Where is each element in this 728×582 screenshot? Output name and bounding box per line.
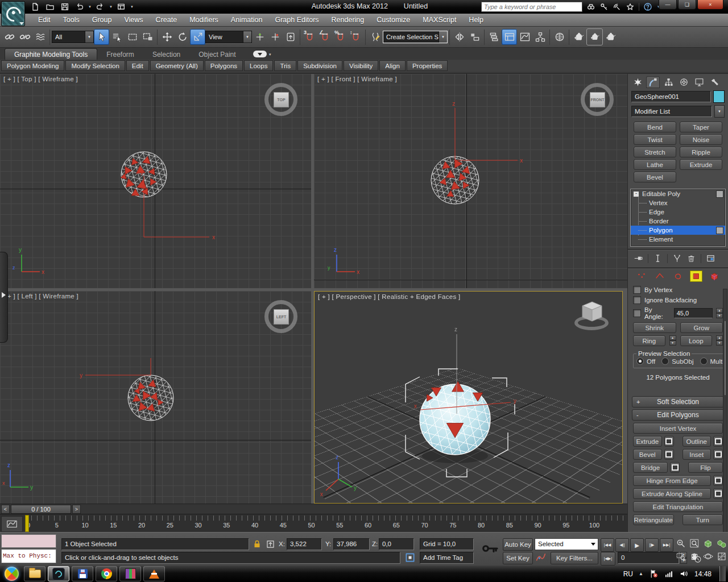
set-key-button[interactable]: Set Key bbox=[503, 552, 533, 564]
viewport-front-label[interactable]: [ + ] [ Front ] [ Wireframe ] bbox=[317, 76, 397, 82]
stack-row-border[interactable]: Border bbox=[631, 217, 725, 226]
preview-subobj-radio[interactable] bbox=[661, 357, 669, 365]
network-signal-icon[interactable] bbox=[664, 569, 673, 579]
action-center-icon[interactable] bbox=[649, 569, 659, 579]
stack-row-polygon[interactable]: Polygon bbox=[631, 226, 725, 235]
next-frame-nudge-button[interactable]: > bbox=[72, 505, 81, 514]
search-icon[interactable] bbox=[586, 2, 595, 11]
menu-item[interactable]: Modifiers bbox=[183, 16, 225, 24]
modifier-button[interactable]: Ripple bbox=[680, 147, 722, 157]
display-tab-icon[interactable] bbox=[692, 76, 706, 88]
ribbon-panel-tab[interactable]: Visibility bbox=[344, 60, 378, 71]
curve-editor-button[interactable] bbox=[517, 29, 532, 45]
stack-row-vertex[interactable]: Vertex bbox=[631, 198, 725, 207]
absolute-offset-mode-toggle[interactable] bbox=[265, 539, 276, 550]
rectangular-selection-region-button[interactable] bbox=[125, 29, 140, 45]
select-and-scale-button[interactable] bbox=[190, 29, 205, 45]
time-slider-handle[interactable]: 0 / 100 bbox=[11, 505, 71, 514]
stack-row-editable-poly[interactable]: - Editable Poly bbox=[631, 189, 725, 198]
ribbon-panel-tab[interactable]: Subdivision bbox=[297, 60, 342, 71]
extrude-along-spline-button[interactable]: Extrude Along Spline bbox=[633, 488, 711, 499]
maximize-button[interactable]: ❏ bbox=[678, 0, 696, 10]
taskbar-chrome-button[interactable] bbox=[96, 566, 117, 581]
maxscript-mini-listener[interactable]: Max to Physc: bbox=[1, 549, 56, 563]
schematic-view-button[interactable] bbox=[532, 29, 548, 45]
preview-off-radio[interactable] bbox=[636, 357, 644, 365]
ribbon-tab[interactable]: Selection bbox=[143, 49, 189, 60]
make-unique-icon[interactable] bbox=[672, 253, 682, 263]
zoom-extents-button[interactable] bbox=[702, 537, 714, 549]
hinge-from-edge-button[interactable]: Hinge From Edge bbox=[633, 475, 711, 486]
ribbon-panel-tab[interactable]: Properties bbox=[407, 60, 448, 71]
workspace-dropdown-caret[interactable]: ▼ bbox=[130, 5, 134, 9]
modifier-stack[interactable]: - Editable Poly Vertex Edge Border Polyg… bbox=[630, 189, 726, 247]
render-production-button[interactable] bbox=[603, 29, 618, 45]
edit-polygons-rollout-header[interactable]: -Edit Polygons bbox=[632, 409, 724, 421]
percent-snap-toggle[interactable]: % bbox=[333, 29, 348, 45]
motion-tab-icon[interactable] bbox=[677, 76, 690, 88]
ribbon-tab[interactable]: Freeform bbox=[97, 49, 143, 60]
command-panel-scrollbar[interactable] bbox=[723, 289, 727, 537]
insert-vertex-button[interactable]: Insert Vertex bbox=[633, 423, 723, 434]
isolate-selection-toggle[interactable] bbox=[404, 552, 416, 563]
modifier-button[interactable]: Lathe bbox=[634, 159, 676, 170]
retriangulate-button[interactable]: Retriangulate bbox=[633, 514, 674, 525]
redo-button[interactable] bbox=[94, 2, 107, 13]
orbit-button[interactable] bbox=[702, 550, 714, 562]
stack-expand-icon[interactable]: - bbox=[633, 191, 639, 197]
modifier-button[interactable]: Taper bbox=[680, 122, 722, 132]
modifier-button[interactable]: Twist bbox=[634, 134, 676, 145]
modifier-button[interactable]: Bend bbox=[634, 122, 676, 132]
subobj-vertex-icon[interactable] bbox=[635, 271, 648, 282]
taskbar-3dsmax-button[interactable] bbox=[48, 566, 69, 581]
stack-onoff-toggle[interactable] bbox=[716, 227, 723, 234]
rendered-frame-window-button[interactable] bbox=[586, 28, 603, 45]
modifier-list-dropdown[interactable]: Modifier List bbox=[631, 106, 712, 117]
angle-snap-toggle[interactable]: ∠ bbox=[317, 29, 333, 45]
previous-frame-button[interactable]: ◀|| bbox=[615, 538, 629, 552]
snaps-toggle[interactable]: 3 bbox=[302, 29, 317, 45]
modify-tab-icon[interactable] bbox=[646, 76, 660, 88]
menu-item[interactable]: Group bbox=[86, 16, 118, 24]
modifier-button[interactable]: Noise bbox=[680, 134, 722, 145]
menu-item[interactable]: Edit bbox=[32, 16, 57, 24]
bevel-settings-icon[interactable] bbox=[664, 449, 674, 460]
menu-item[interactable]: Customize bbox=[370, 16, 416, 24]
volume-icon[interactable] bbox=[679, 569, 689, 579]
go-to-start-button[interactable]: |◀◀ bbox=[601, 538, 614, 552]
viewport-perspective[interactable]: z x y z x y [ + ] [ Perspective ] [ Real… bbox=[314, 291, 623, 504]
material-editor-button[interactable] bbox=[552, 29, 567, 45]
add-time-tag-field[interactable]: Add Time Tag bbox=[420, 552, 474, 564]
select-object-button[interactable] bbox=[94, 29, 109, 45]
menu-item[interactable]: Help bbox=[462, 16, 490, 24]
mirror-button[interactable] bbox=[452, 29, 467, 45]
modifier-button[interactable]: Extrude bbox=[680, 159, 722, 170]
viewport-top[interactable]: y x y x z [ + ] [ Top ] [ Wireframe ] TO… bbox=[0, 74, 311, 288]
zoom-button[interactable] bbox=[675, 537, 687, 549]
ribbon-panel-tab[interactable]: Modify Selection bbox=[65, 60, 125, 71]
key-filters-button[interactable]: Key Filters... bbox=[551, 552, 598, 564]
inset-button[interactable]: Inset bbox=[682, 449, 712, 460]
close-button[interactable]: × bbox=[697, 0, 723, 10]
window-crossing-toggle[interactable] bbox=[140, 29, 155, 45]
select-and-move-button[interactable] bbox=[159, 29, 175, 45]
taskbar-explorer-button[interactable] bbox=[24, 566, 46, 581]
minimize-button[interactable]: — bbox=[659, 0, 677, 10]
utilities-tab-icon[interactable] bbox=[708, 76, 721, 88]
search-input[interactable] bbox=[481, 2, 582, 12]
viewport-left[interactable]: y z y x [ + ] [ Left ] [ Wireframe ] LEF… bbox=[0, 291, 311, 504]
viewport-left-label[interactable]: [ + ] [ Left ] [ Wireframe ] bbox=[3, 293, 78, 300]
layer-manager-button[interactable] bbox=[486, 29, 502, 45]
help-icon[interactable] bbox=[643, 2, 652, 11]
show-end-result-icon[interactable] bbox=[653, 253, 663, 263]
bridge-settings-icon[interactable] bbox=[670, 462, 680, 473]
select-and-link-icon[interactable] bbox=[2, 29, 17, 45]
menu-item[interactable]: MAXScript bbox=[416, 16, 462, 24]
stack-row-element[interactable]: Element bbox=[631, 235, 725, 244]
edit-triangulation-button[interactable]: Edit Triangulation bbox=[633, 501, 723, 512]
viewport-top-label[interactable]: [ + ] [ Top ] [ Wireframe ] bbox=[3, 76, 78, 82]
menu-item[interactable]: Rendering bbox=[325, 16, 371, 24]
track-bar[interactable]: 0510152025303540455055606570758085909510… bbox=[0, 514, 627, 533]
ribbon-panel-tab[interactable]: Polygon Modeling bbox=[1, 60, 64, 71]
taskbar-vlc-button[interactable] bbox=[143, 566, 165, 581]
